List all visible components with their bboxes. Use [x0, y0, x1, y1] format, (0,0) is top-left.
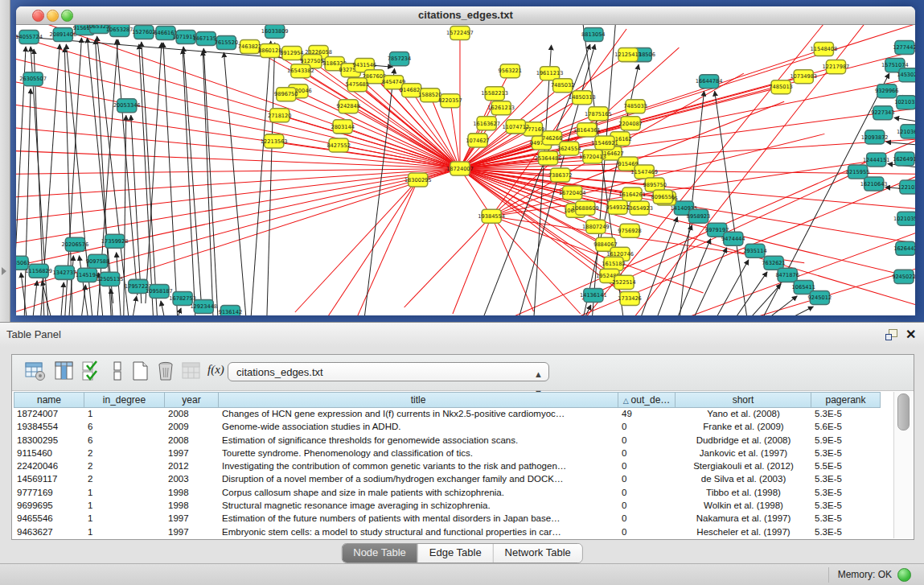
table-cell: Changes of HCN gene expression and I(f) … [219, 408, 618, 421]
column-header-pagerank[interactable]: pagerank [811, 392, 881, 408]
node-label: 16033809 [261, 28, 289, 35]
table-row[interactable]: 2242004622012Investigating the contribut… [14, 460, 881, 473]
node-label: 10734983 [790, 73, 817, 80]
scrollbar-thumb[interactable] [897, 393, 910, 431]
table-cell: 9115460 [14, 447, 84, 460]
table-cell: 14569117 [14, 473, 84, 486]
node-label: 16782753 [169, 295, 196, 302]
node-label: 1342737 [53, 270, 76, 276]
node-label: 2522514 [612, 279, 635, 286]
delete-table-icon[interactable] [155, 360, 176, 381]
node-label: 17359928 [101, 238, 129, 245]
node-label: 1021033 [894, 99, 915, 105]
table-row[interactable]: 977716911998Corpus callosum shape and si… [14, 487, 881, 500]
function-builder-icon[interactable]: f(x) [207, 363, 228, 384]
table-selector-dropdown[interactable]: citations_edges.txt ▲▼ [228, 362, 549, 381]
control-panel-collapsed-strip[interactable] [0, 0, 10, 322]
network-window-title: citations_edges.txt [16, 9, 915, 21]
table-cell: 2009 [165, 421, 219, 434]
row-height-icon[interactable] [107, 360, 128, 381]
table-panel-titlebar[interactable]: Table Panel ✕ [0, 322, 924, 348]
node-label: 7485013 [769, 84, 792, 90]
node-label: 5475685 [346, 81, 369, 88]
table-cell: 49 [618, 408, 676, 421]
node-label: 7632621 [762, 260, 785, 266]
node-label: 20053346 [113, 102, 141, 109]
column-header-year[interactable]: year [165, 392, 219, 408]
table-cell: de Silva et al. (2003) [676, 473, 811, 486]
column-header-out_de[interactable]: △out_de… [618, 392, 676, 408]
sort-ascending-icon: △ [623, 397, 629, 405]
table-row[interactable]: 969969511998Structural magnetic resonanc… [14, 500, 881, 513]
node-label: 1453021 [897, 72, 915, 78]
table-cell: Structural magnetic resonance image aver… [219, 500, 618, 513]
node-label: 12213563 [261, 138, 288, 145]
table-cell: 5.6E-5 [811, 421, 881, 434]
table-cell: Estimation of significance thresholds fo… [219, 435, 618, 447]
table-row[interactable]: 1456911722003Disruption of a novel membe… [14, 473, 881, 486]
table-row[interactable]: 911546021997Tourette syndrome. Phenomeno… [14, 447, 881, 460]
column-header-short[interactable]: short [676, 392, 811, 408]
table-body[interactable]: 1872400712008Changes of HCN gene express… [14, 408, 881, 539]
table-vertical-scrollbar[interactable] [893, 392, 913, 538]
table-cell: 0 [618, 421, 676, 434]
network-window-titlebar[interactable]: citations_edges.txt [16, 6, 915, 25]
tab-node-table[interactable]: Node Table [342, 544, 417, 562]
node-label: 9136142 [219, 309, 242, 315]
table-cell: 1 [84, 513, 165, 525]
table-row[interactable]: 946362711997Embryonic stem cells: a mode… [14, 526, 881, 539]
table-header-row[interactable]: namein_degreeyeartitle△out_de…shortpager… [14, 392, 881, 408]
tab-edge-table[interactable]: Edge Table [417, 544, 493, 562]
citation-graph: 1405572420891406915612410653257106532871… [16, 25, 915, 315]
select-all-icon[interactable] [81, 360, 102, 381]
import-table-icon[interactable] [181, 360, 202, 381]
table-row[interactable]: 1872400712008Changes of HCN gene express… [14, 408, 881, 421]
table-cell: Yano et al. (2008) [676, 408, 811, 421]
memory-ok-indicator-icon[interactable] [897, 568, 911, 582]
node-label: 11074712 [502, 124, 529, 130]
table-cell: 5.3E-5 [811, 487, 881, 500]
column-header-in_degree[interactable]: in_degree [84, 392, 165, 408]
tab-network-table[interactable]: Network Table [493, 544, 582, 562]
table-settings-icon[interactable] [25, 360, 46, 381]
network-canvas[interactable]: 1405572420891406915612410653257106532871… [16, 25, 915, 315]
node-label: 9563221 [499, 68, 522, 74]
table-cell: 0 [618, 526, 676, 539]
table-cell: Investigating the contribution of common… [219, 460, 618, 473]
table-cell: 6 [84, 435, 165, 447]
table-cell: 0 [618, 460, 676, 473]
column-settings-icon[interactable] [54, 360, 75, 381]
node-label: 16720413 [579, 154, 606, 160]
table-row[interactable]: 946554611997Estimation of the future num… [14, 513, 881, 525]
table-row[interactable]: 1830029562008Estimation of significance … [14, 435, 881, 447]
node-label: 10958187 [146, 288, 173, 295]
float-panel-icon[interactable] [885, 329, 897, 340]
node-label: 7615520 [215, 39, 238, 46]
table-cell: 2 [84, 447, 165, 460]
node-label: 1626442 [893, 245, 915, 252]
status-bar: Memory: OK [0, 563, 924, 585]
new-table-icon[interactable] [129, 360, 150, 381]
node-label: 1221034 [897, 184, 915, 191]
node-label: 20891406 [49, 31, 76, 38]
table-cell: Franke et al. (2009) [676, 421, 811, 434]
close-panel-icon[interactable]: ✕ [906, 327, 916, 342]
table-cell: Genome-wide association studies in ADHD. [219, 421, 618, 434]
column-header-title[interactable]: title [219, 392, 618, 408]
node-label: 1277442 [893, 44, 915, 51]
panel-expand-handle-icon[interactable] [2, 267, 6, 275]
node-label: 8215955 [846, 169, 869, 175]
column-header-name[interactable]: name [14, 392, 84, 408]
node-label: 13654923 [626, 205, 653, 212]
table-cell: 0 [618, 435, 676, 447]
node-label: 8471876 [775, 272, 799, 278]
table-cell: 1997 [165, 513, 219, 525]
node-label: 16210643 [860, 181, 888, 187]
network-window[interactable]: citations_edges.txt 14055724208914069156… [16, 6, 915, 315]
table-row[interactable]: 1938455462009Genome-wide association stu… [14, 421, 881, 434]
node-label: 16644784 [696, 78, 723, 84]
node-label: 19384554 [478, 213, 505, 220]
node-label: 9245012 [808, 295, 832, 301]
node-label: 15722457 [446, 30, 474, 36]
node-table[interactable]: namein_degreeyeartitle△out_de…shortpager… [14, 392, 881, 539]
